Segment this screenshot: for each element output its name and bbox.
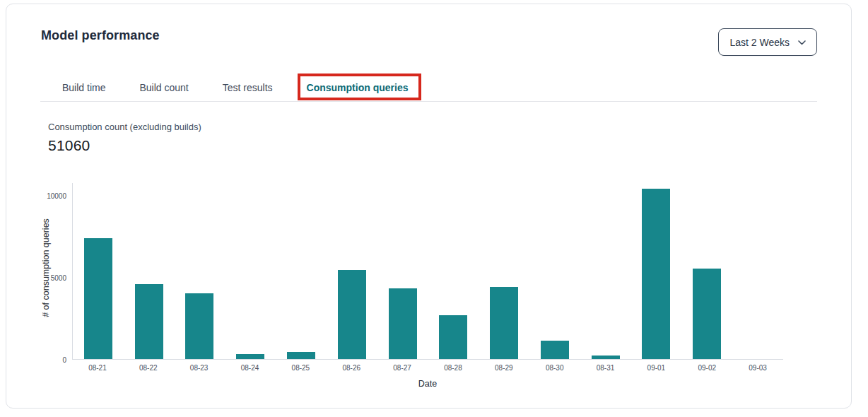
plot-area <box>72 183 783 360</box>
bar-09-01 <box>642 189 670 359</box>
bar-slot <box>73 183 124 359</box>
date-range-dropdown[interactable]: Last 2 Weeks <box>718 28 817 56</box>
bar-slot <box>631 183 682 359</box>
x-tick-label: 09-02 <box>681 364 732 372</box>
x-tick-label: 08-26 <box>326 364 377 372</box>
bar-slot <box>225 183 276 359</box>
bar-08-25 <box>287 352 315 359</box>
x-tick-label: 08-24 <box>225 364 276 372</box>
bar-slot <box>276 183 327 359</box>
metric-label: Consumption count (excluding builds) <box>48 122 201 132</box>
tab-consumption-queries[interactable]: Consumption queries <box>307 78 409 101</box>
x-tick-label: 08-30 <box>529 364 580 372</box>
tab-build-count[interactable]: Build count <box>139 78 188 101</box>
x-tick-row: 08-2108-2208-2308-2408-2508-2608-2708-28… <box>72 364 783 372</box>
model-performance-card: Model performance Last 2 Weeks Build tim… <box>6 4 852 409</box>
x-tick-label: 08-21 <box>72 364 123 372</box>
metric-block: Consumption count (excluding builds) 510… <box>48 122 201 154</box>
bar-slot <box>479 183 529 359</box>
bar-08-23 <box>185 293 213 359</box>
x-tick-label: 08-27 <box>377 364 428 372</box>
bar-08-24 <box>236 354 264 359</box>
y-tick-label: 0 <box>10 356 66 365</box>
bar-08-21 <box>84 238 112 359</box>
x-tick-label: 08-28 <box>428 364 479 372</box>
bar-08-26 <box>338 270 366 359</box>
x-tick-label: 09-03 <box>732 364 783 372</box>
bar-slot <box>124 183 175 359</box>
bar-slot <box>732 183 783 359</box>
bar-slot <box>377 183 428 359</box>
bar-08-30 <box>541 341 569 359</box>
y-tick-label: 5000 <box>10 274 66 283</box>
bar-08-28 <box>439 315 467 359</box>
bar-slot <box>327 183 377 359</box>
x-tick-label: 08-29 <box>479 364 529 372</box>
bar-08-29 <box>490 287 518 359</box>
x-tick-label: 08-31 <box>580 364 631 372</box>
bar-slot <box>529 183 580 359</box>
tab-build-time[interactable]: Build time <box>62 78 105 101</box>
y-axis-label: # of consumption queries <box>41 218 51 317</box>
chevron-down-icon <box>798 40 806 45</box>
tab-test-results[interactable]: Test results <box>223 78 273 101</box>
bar-08-31 <box>592 356 620 359</box>
page-title: Model performance <box>41 28 160 43</box>
x-tick-label: 09-01 <box>631 364 681 372</box>
y-tick-label: 10000 <box>10 192 66 201</box>
bars-row <box>73 183 783 359</box>
bar-08-22 <box>135 284 163 359</box>
metric-value: 51060 <box>48 137 201 154</box>
x-tick-label: 08-23 <box>174 364 225 372</box>
bar-09-02 <box>693 269 721 359</box>
tabs-bar: Build timeBuild countTest resultsConsump… <box>40 78 817 102</box>
bar-slot <box>428 183 479 359</box>
consumption-queries-chart: # of consumption queries 0500010000 08-2… <box>6 4 851 408</box>
date-range-value: Last 2 Weeks <box>729 37 790 48</box>
x-axis-label: Date <box>72 379 783 389</box>
bar-slot <box>580 183 631 359</box>
x-tick-label: 08-22 <box>123 364 174 372</box>
bar-slot <box>175 183 225 359</box>
x-tick-label: 08-25 <box>275 364 326 372</box>
bar-08-27 <box>389 288 417 359</box>
bar-slot <box>681 183 732 359</box>
